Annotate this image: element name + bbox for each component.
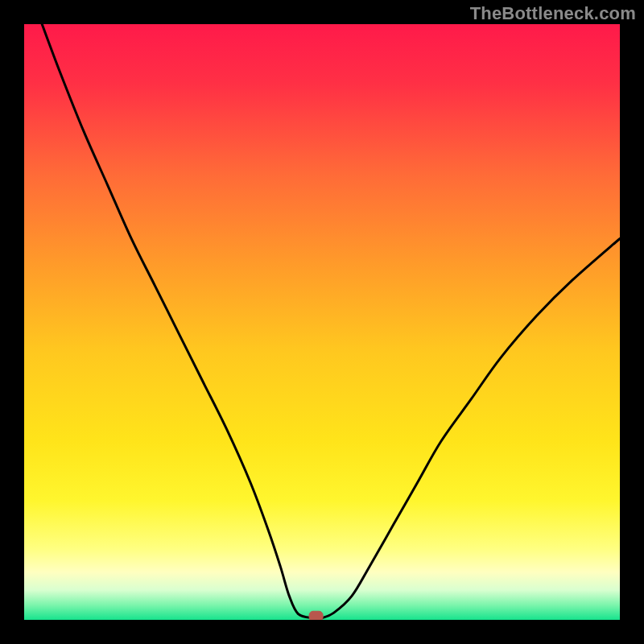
plot-area: [24, 24, 620, 620]
chart-frame: TheBottleneck.com: [0, 0, 644, 644]
chart-svg: [24, 24, 620, 620]
watermark-text: TheBottleneck.com: [470, 3, 636, 24]
optimum-marker: [309, 611, 323, 620]
